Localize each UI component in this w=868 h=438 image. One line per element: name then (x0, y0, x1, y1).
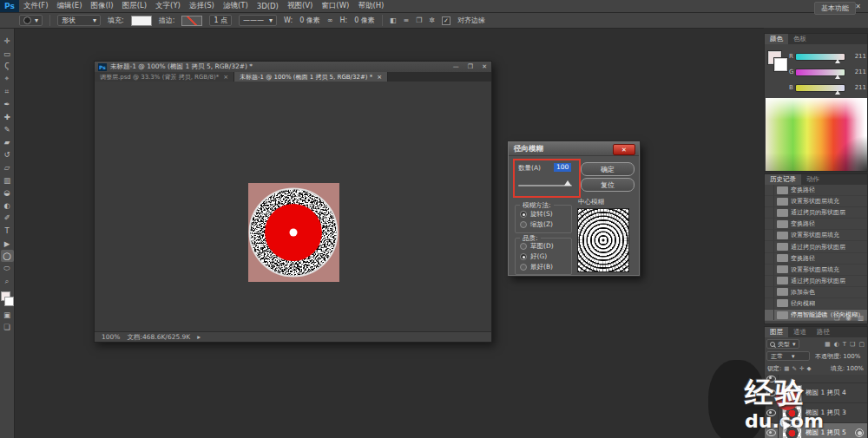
eraser-tool-icon[interactable]: ▱ (1, 161, 14, 173)
menu-file[interactable]: 文件(F) (19, 1, 53, 11)
slider-thumb[interactable] (835, 59, 840, 63)
menu-layer[interactable]: 图层(L) (118, 1, 151, 11)
history-item[interactable]: 通过拷贝的形状图层 (765, 241, 867, 252)
layer-name[interactable]: 椭圆 1 拷贝 5 (806, 428, 846, 437)
lock-pixels-icon[interactable]: ✎ (792, 365, 797, 372)
hand-tool-icon[interactable]: ⬭ (1, 263, 14, 275)
filter-adjustment-icon[interactable]: ◐ (834, 341, 839, 348)
history-source-checkbox[interactable] (765, 196, 774, 206)
tab-swatches[interactable]: 色板 (788, 34, 812, 44)
restore-icon[interactable]: ❐ (468, 63, 473, 70)
tab-history[interactable]: 历史记录 (765, 174, 801, 185)
stroke-type-select[interactable]: ——— ▾ (239, 15, 277, 26)
new-snapshot-icon[interactable]: ◉ (845, 314, 852, 322)
healing-brush-tool-icon[interactable]: ✚ (1, 111, 14, 123)
opacity-value[interactable]: 100% (843, 353, 860, 360)
document-titlebar[interactable]: Ps 未标题-1 @ 100% (椭圆 1 拷贝 5, RGB/32#) * —… (95, 62, 491, 72)
path-arrangement-icon[interactable]: ❐ (416, 16, 422, 24)
new-doc-from-state-icon[interactable]: ❏ (834, 314, 840, 322)
blue-slider[interactable] (795, 84, 845, 92)
method-spin-option[interactable]: 旋转(S) (520, 210, 553, 219)
tab-paths[interactable]: 路径 (812, 327, 835, 337)
type-tool-icon[interactable]: T (1, 225, 14, 237)
lock-all-icon[interactable]: ◆ (806, 365, 811, 372)
history-item[interactable]: 径向模糊 (765, 298, 867, 310)
filter-pixel-icon[interactable]: ▦ (825, 341, 831, 348)
history-source-checkbox[interactable] (765, 241, 774, 252)
gear-icon[interactable]: ✲ (429, 16, 435, 24)
move-tool-icon[interactable]: ✛ (1, 35, 14, 47)
link-dimensions-icon[interactable]: ∞ (327, 16, 333, 24)
menu-filter[interactable]: 滤镜(T) (219, 1, 253, 11)
tab-close-icon[interactable]: × (223, 74, 228, 81)
workspace-switcher[interactable]: 基本功能 (814, 2, 856, 15)
filter-type-icon[interactable]: T (843, 341, 846, 348)
fill-value[interactable]: 100% (846, 365, 864, 372)
background-color-swatch[interactable] (774, 58, 787, 71)
lock-transparent-icon[interactable]: ▦ (784, 365, 789, 372)
history-source-checkbox[interactable] (765, 185, 774, 195)
tab-actions[interactable]: 动作 (801, 174, 825, 185)
layer-name[interactable]: 椭圆 1 拷贝 3 (806, 409, 846, 417)
eyedropper-tool-icon[interactable]: ✒ (1, 98, 14, 110)
tab-adjustment-psd[interactable]: 调整层.psd @ 33.3% (背景 拷贝, RGB/8)* × (95, 72, 234, 82)
quality-good-option[interactable]: 好(G) (520, 252, 547, 261)
zoom-tool-icon[interactable]: ⌕ (1, 275, 14, 287)
history-source-checkbox[interactable] (765, 287, 774, 297)
quick-mask-icon[interactable]: ▣ (1, 309, 14, 321)
dodge-tool-icon[interactable]: ◐ (1, 199, 14, 212)
history-item[interactable]: 添加杂色 (765, 287, 867, 298)
green-value[interactable]: 211 (849, 69, 866, 75)
history-item[interactable]: 通过拷贝的形状图层 (765, 276, 867, 287)
menu-edit[interactable]: 编辑(E) (53, 1, 87, 11)
dialog-close-button[interactable]: ✕ (613, 144, 635, 155)
path-select-tool-icon[interactable]: ▶ (1, 238, 14, 250)
visibility-toggle[interactable] (765, 383, 779, 402)
quick-select-tool-icon[interactable]: ⌖ (1, 73, 14, 85)
filter-shape-icon[interactable]: ❏ (850, 341, 855, 348)
visibility-toggle[interactable] (765, 375, 779, 382)
height-value[interactable]: 0 像素 (354, 16, 375, 25)
tab-channels[interactable]: 通道 (788, 327, 812, 337)
panel-color-swatches[interactable] (768, 51, 787, 72)
history-source-checkbox[interactable] (765, 219, 774, 229)
red-value[interactable]: 211 (849, 53, 866, 60)
menu-type[interactable]: 文字(Y) (151, 1, 185, 11)
gradient-tool-icon[interactable]: ▥ (1, 174, 14, 186)
history-item[interactable]: 变换路径 (765, 253, 867, 265)
layer-row[interactable]: 椭圆 1 拷贝 4 (765, 383, 867, 403)
history-brush-tool-icon[interactable]: ↺ (1, 148, 14, 160)
lasso-tool-icon[interactable]: Ϛ (1, 60, 14, 72)
visibility-toggle[interactable] (765, 423, 779, 438)
ellipse-tool-icon[interactable]: ◯ (1, 250, 14, 262)
history-source-checkbox[interactable] (765, 230, 774, 240)
width-value[interactable]: 0 像素 (299, 16, 320, 25)
visibility-toggle[interactable] (765, 403, 779, 422)
menu-window[interactable]: 窗口(W) (317, 1, 353, 11)
layer-row-partial[interactable] (765, 375, 867, 383)
tab-close-icon[interactable]: × (377, 74, 382, 81)
stroke-swatch[interactable] (181, 16, 202, 26)
history-item[interactable]: 设置形状图层填充 (765, 230, 867, 241)
menu-select[interactable]: 选择(S) (185, 1, 219, 11)
history-item[interactable]: 变换路径 (765, 185, 867, 196)
quality-draft-option[interactable]: 草图(D) (520, 242, 554, 251)
green-slider[interactable] (795, 69, 845, 76)
history-source-checkbox[interactable] (765, 298, 774, 309)
background-color-swatch[interactable] (4, 297, 14, 306)
method-zoom-option[interactable]: 缩放(Z) (520, 220, 553, 229)
history-source-checkbox[interactable] (765, 207, 774, 218)
reset-button[interactable]: 复位 (581, 178, 635, 192)
layer-thumbnail[interactable] (782, 385, 802, 402)
color-spectrum-ramp[interactable] (766, 98, 867, 171)
history-item[interactable]: 变换路径 (765, 219, 867, 230)
tab-layers[interactable]: 图层 (765, 327, 788, 337)
marquee-tool-icon[interactable]: ▭ (1, 48, 14, 60)
history-source-checkbox[interactable] (765, 310, 774, 320)
menu-view[interactable]: 视图(V) (283, 1, 317, 11)
delete-state-icon[interactable]: ▥ (858, 314, 864, 322)
layer-name[interactable]: 椭圆 1 拷贝 4 (806, 389, 846, 397)
minimize-icon[interactable]: — (453, 63, 459, 70)
stroke-width-input[interactable]: 1 点 (209, 15, 232, 26)
menu-image[interactable]: 图像(I) (87, 1, 118, 11)
